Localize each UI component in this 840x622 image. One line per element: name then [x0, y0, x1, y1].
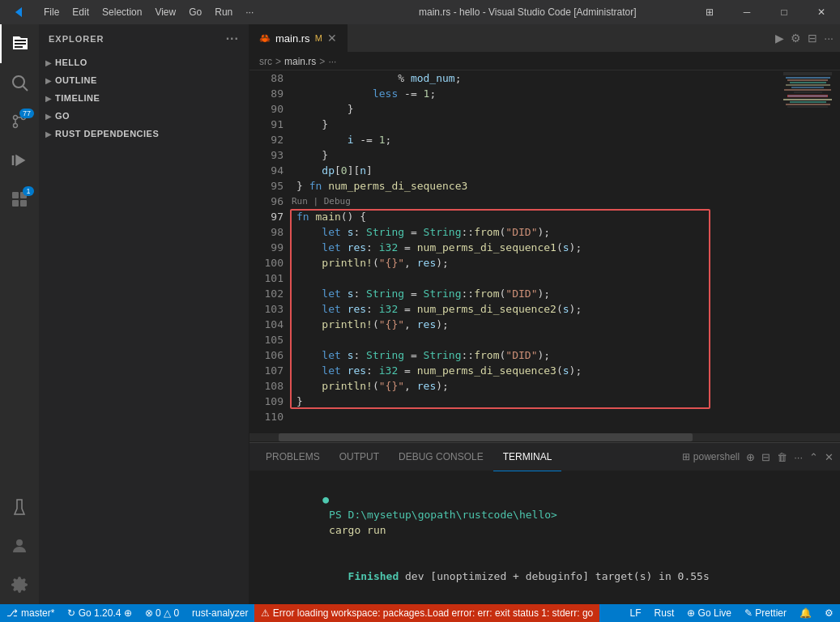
breadcrumb-src[interactable]: src: [259, 56, 272, 67]
sidebar-rust-deps-label: RUST DEPENDENCIES: [55, 129, 159, 138]
sidebar-header: EXPLORER ···: [39, 24, 249, 53]
sidebar-hello-label: HELLO: [55, 58, 87, 67]
code-line-89: less -= 1;: [296, 86, 775, 101]
svg-point-14: [16, 539, 23, 546]
statusbar-go-version-text: ↻ Go 1.20.4 ⊕: [67, 607, 131, 619]
more-panel-actions-icon[interactable]: ···: [794, 451, 803, 463]
editor-area: 🦀 main.rs M ✕ ▶ ⚙ ⊟ ··· src > main.rs > …: [249, 24, 840, 604]
minimize-button[interactable]: ─: [728, 0, 765, 24]
statusbar-notifications[interactable]: 🔔: [793, 604, 818, 622]
titlebar: File Edit Selection View Go Run ··· main…: [0, 0, 840, 24]
add-terminal-icon[interactable]: ⊕: [746, 451, 755, 463]
activitybar-extensions[interactable]: 1: [0, 180, 39, 219]
menu-file[interactable]: File: [37, 0, 66, 24]
statusbar-lf-text: LF: [630, 607, 642, 619]
breadcrumb-more[interactable]: ···: [328, 56, 336, 67]
code-text[interactable]: Run | Debug % mod_num; less -= 1; } } i …: [290, 70, 775, 432]
statusbar-rust-analyzer-text: rust-analyzer: [192, 607, 248, 619]
statusbar-workspace-error[interactable]: ⚠ Error loading workspace: packages.Load…: [254, 604, 599, 622]
svg-rect-12: [12, 200, 19, 207]
menu-go[interactable]: Go: [182, 0, 208, 24]
menu-edit[interactable]: Edit: [66, 0, 96, 24]
horizontal-scrollbar[interactable]: [249, 432, 840, 442]
code-line-110: [296, 409, 775, 424]
code-line-88: % mod_num;: [296, 70, 775, 86]
tab-terminal[interactable]: TERMINAL: [493, 443, 562, 471]
breadcrumb-file[interactable]: main.rs: [284, 56, 316, 67]
activitybar-account[interactable]: [0, 526, 39, 565]
statusbar-settings-button[interactable]: ⚙: [818, 604, 840, 622]
statusbar-error-text: ⚠ Error loading workspace: packages.Load…: [261, 607, 593, 619]
svg-point-5: [14, 116, 18, 120]
panel-maximize-icon[interactable]: ⌃: [809, 451, 818, 463]
activitybar-test[interactable]: [0, 488, 39, 526]
split-terminal-icon[interactable]: ⊟: [761, 451, 770, 463]
svg-rect-0: [15, 40, 26, 41]
code-line-93: }: [296, 147, 775, 163]
code-line-104: println!("{}", res);: [296, 317, 775, 332]
menu-selection[interactable]: Selection: [96, 0, 148, 24]
run-icon[interactable]: ▶: [775, 32, 784, 45]
activitybar-source-control[interactable]: 77: [0, 102, 39, 141]
statusbar-errors[interactable]: ⊗ 0 △ 0: [139, 604, 185, 622]
svg-point-3: [13, 76, 24, 87]
tab-output[interactable]: OUTPUT: [330, 443, 389, 471]
breadcrumb: src > main.rs > ···: [249, 53, 840, 70]
panel-actions: ⊞ powershell ⊕ ⊟ 🗑 ··· ⌃ ✕: [682, 451, 834, 463]
tab-filename: main.rs: [275, 32, 310, 45]
statusbar-language-text: Rust: [655, 607, 675, 619]
tab-actions: ▶ ⚙ ⊟ ···: [769, 32, 840, 45]
terminal-shell-label: ⊞ powershell: [682, 451, 740, 462]
maximize-button[interactable]: □: [765, 0, 803, 24]
statusbar-prettier[interactable]: ✎ Prettier: [738, 604, 793, 622]
close-button[interactable]: ✕: [803, 0, 840, 24]
terminal-content[interactable]: ● PS D:\mysetup\gopath\rustcode\hello> c…: [249, 471, 840, 604]
statusbar-errors-text: ⊗ 0 △ 0: [145, 607, 179, 619]
sidebar-item-hello[interactable]: ▶ HELLO: [39, 53, 249, 71]
debug-icon[interactable]: ⚙: [791, 32, 801, 45]
statusbar-branch[interactable]: ⎇ master*: [0, 604, 61, 622]
activitybar-explorer[interactable]: [0, 24, 39, 63]
statusbar-rust-analyzer[interactable]: rust-analyzer: [185, 604, 254, 622]
sidebar-item-rust-deps[interactable]: ▶ RUST DEPENDENCIES: [39, 125, 249, 143]
svg-rect-1: [15, 43, 26, 45]
statusbar-lf[interactable]: LF: [624, 604, 648, 622]
svg-marker-8: [16, 156, 24, 165]
sidebar-title: EXPLORER: [49, 34, 104, 44]
sidebar-item-timeline[interactable]: ▶ TIMELINE: [39, 89, 249, 107]
kill-terminal-icon[interactable]: 🗑: [777, 451, 787, 463]
activitybar-run[interactable]: [0, 141, 39, 180]
activity-bar: 77 1: [0, 24, 39, 604]
sidebar-more-button[interactable]: ···: [226, 32, 239, 46]
menu-view[interactable]: View: [148, 0, 182, 24]
tab-close-button[interactable]: ✕: [327, 32, 337, 45]
tab-debug-console[interactable]: DEBUG CONSOLE: [389, 443, 493, 471]
code-line-95: } fn num_perms_di_sequence3: [296, 178, 775, 194]
activitybar-search[interactable]: [0, 63, 39, 102]
sidebar-item-outline[interactable]: ▶ OUTLINE: [39, 71, 249, 89]
code-editor[interactable]: 88 89 90 91 92 93 94 95 96 97 98 99 100 …: [249, 70, 840, 432]
chevron-right-icon: ▶: [45, 112, 52, 121]
layout-icon[interactable]: ⊞: [691, 0, 728, 24]
settings-icon: ⚙: [825, 607, 834, 619]
tab-main-rs[interactable]: 🦀 main.rs M ✕: [249, 24, 348, 53]
tab-problems[interactable]: PROBLEMS: [256, 443, 330, 471]
statusbar-language[interactable]: Rust: [648, 604, 681, 622]
split-editor-icon[interactable]: ⊟: [808, 32, 817, 45]
status-bar: ⎇ master* ↻ Go 1.20.4 ⊕ ⊗ 0 △ 0 rust-ana…: [0, 604, 840, 622]
sidebar-item-go[interactable]: ▶ GO: [39, 107, 249, 125]
menu-run[interactable]: Run: [208, 0, 239, 24]
menu-more[interactable]: ···: [239, 0, 260, 24]
statusbar-golive[interactable]: ⊕ Go Live: [680, 604, 738, 622]
panel-close-icon[interactable]: ✕: [825, 451, 834, 463]
more-actions-icon[interactable]: ···: [824, 32, 834, 45]
statusbar-go-version[interactable]: ↻ Go 1.20.4 ⊕: [61, 604, 138, 622]
terminal-command: cargo run: [322, 524, 386, 536]
tab-bar: 🦀 main.rs M ✕ ▶ ⚙ ⊟ ···: [249, 24, 840, 53]
panel-tab-bar: PROBLEMS OUTPUT DEBUG CONSOLE TERMINAL ⊞…: [249, 443, 840, 471]
code-line-102: let s: String = String::from("DID");: [296, 286, 775, 301]
run-debug-hint[interactable]: Run | Debug: [292, 194, 351, 209]
activitybar-settings[interactable]: [0, 565, 39, 604]
code-line-100: println!("{}", res);: [296, 255, 775, 271]
scrollbar-thumb[interactable]: [279, 433, 692, 441]
